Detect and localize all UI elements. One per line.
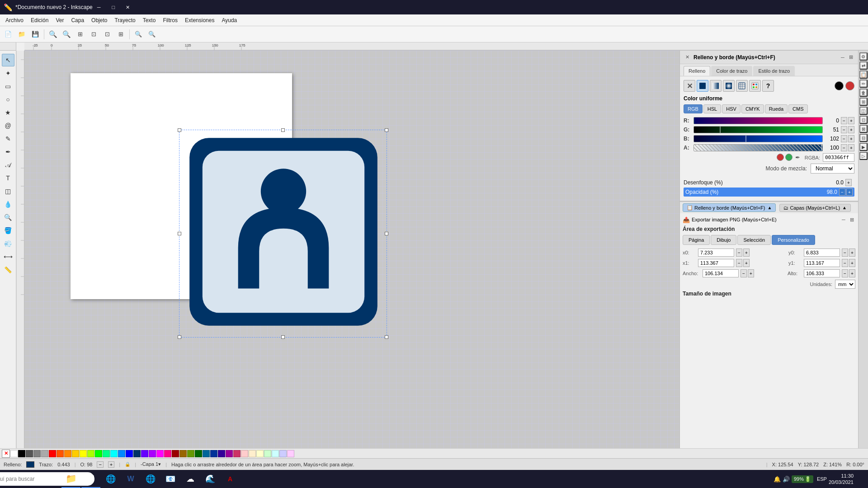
zoom-next-button[interactable]: 🔍 bbox=[146, 28, 158, 41]
notification-button[interactable] bbox=[855, 470, 864, 488]
slider-b-minus[interactable]: − bbox=[841, 135, 847, 142]
dropbox-button[interactable]: ☁ bbox=[181, 470, 200, 488]
flat-color-button[interactable] bbox=[697, 80, 708, 92]
browser-button[interactable]: 🌐 bbox=[101, 470, 120, 488]
y0-input[interactable] bbox=[804, 249, 840, 257]
swatch-purple[interactable] bbox=[149, 450, 156, 457]
units-select[interactable]: mm px cm in pt bbox=[835, 280, 855, 289]
strip-btn-5[interactable]: 🗑 bbox=[859, 89, 868, 97]
minimize-button[interactable]: ─ bbox=[93, 3, 105, 12]
blend-select[interactable]: Normal Multiplicar Pantalla Superponer bbox=[811, 164, 854, 174]
swatch-green-cyan[interactable] bbox=[103, 450, 110, 457]
zoom-tool[interactable]: 🔍 bbox=[2, 211, 14, 224]
chrome-button[interactable]: 🌐 bbox=[141, 470, 160, 488]
dropper-tool[interactable]: 💧 bbox=[2, 198, 14, 211]
tab-color-trazo[interactable]: Color de trazo bbox=[711, 66, 752, 76]
layer-label[interactable]: -Capa 1▾ bbox=[141, 461, 161, 467]
fill-bucket-tool[interactable]: 🪣 bbox=[2, 224, 14, 237]
swatch-cyan[interactable] bbox=[110, 450, 118, 457]
zoom-page-button[interactable]: ⊞ bbox=[114, 28, 127, 41]
swatch-violet[interactable] bbox=[141, 450, 148, 457]
swatch-orange[interactable] bbox=[64, 450, 71, 457]
save-button[interactable]: 💾 bbox=[29, 28, 42, 41]
x1-plus[interactable]: + bbox=[743, 259, 750, 267]
tab-hsl[interactable]: HSL bbox=[703, 104, 721, 113]
radial-gradient-button[interactable] bbox=[723, 80, 735, 92]
swatch-mint[interactable] bbox=[264, 450, 271, 457]
bottom-tab-fill-stroke[interactable]: 📋 Relleno y borde (Mayús+Ctrl+F) ▲ bbox=[683, 203, 776, 212]
handle-bot-left[interactable] bbox=[178, 335, 181, 339]
menu-objeto[interactable]: Objeto bbox=[88, 16, 111, 24]
swatch-yellow-green[interactable] bbox=[87, 450, 94, 457]
slider-g-minus[interactable]: − bbox=[841, 126, 847, 133]
swatch-white[interactable] bbox=[10, 450, 18, 457]
swatch-navy[interactable] bbox=[133, 450, 141, 457]
strip-btn-9[interactable]: ⊠ bbox=[859, 125, 868, 133]
swatch-dark-green[interactable] bbox=[195, 450, 202, 457]
selected-object[interactable] bbox=[179, 130, 387, 338]
y1-minus[interactable]: − bbox=[842, 259, 848, 267]
strip-btn-11[interactable]: ▶ bbox=[859, 143, 868, 151]
alto-minus[interactable]: − bbox=[842, 269, 848, 277]
star-tool[interactable]: ★ bbox=[2, 106, 14, 119]
text-tool[interactable]: T bbox=[2, 172, 14, 184]
x0-plus[interactable]: + bbox=[743, 249, 750, 257]
swatch-brown[interactable] bbox=[179, 450, 187, 457]
unknown-button[interactable]: ? bbox=[762, 80, 774, 92]
zoom-in-button[interactable]: 🔍 bbox=[60, 28, 73, 41]
slider-g-plus[interactable]: + bbox=[848, 126, 854, 133]
menu-trayecto[interactable]: Trayecto bbox=[111, 16, 139, 24]
slider-a-minus[interactable]: − bbox=[841, 144, 847, 151]
calligraphy-tool[interactable]: 𝒜 bbox=[2, 159, 14, 171]
x0-minus[interactable]: − bbox=[736, 249, 742, 257]
swatch-olive[interactable] bbox=[187, 450, 194, 457]
strip-btn-3[interactable]: 📋 bbox=[859, 70, 868, 79]
ancho-plus[interactable]: + bbox=[748, 269, 754, 277]
new-button[interactable]: 📄 bbox=[2, 28, 14, 41]
y0-plus[interactable]: + bbox=[849, 249, 855, 257]
tab-relleno[interactable]: Relleno bbox=[684, 66, 710, 76]
swatch-light-pink[interactable] bbox=[287, 450, 294, 457]
swatch-pink[interactable] bbox=[164, 450, 171, 457]
slider-r-plus[interactable]: + bbox=[848, 117, 854, 124]
export-collapse[interactable]: ─ bbox=[840, 216, 847, 223]
opacity-minus-status[interactable]: − bbox=[97, 461, 103, 468]
menu-filtros[interactable]: Filtros bbox=[159, 16, 181, 24]
pdf-button[interactable]: A bbox=[221, 470, 240, 488]
rect-tool[interactable]: ▭ bbox=[2, 80, 14, 93]
slider-a-track[interactable] bbox=[693, 144, 823, 151]
swatch-cream[interactable] bbox=[256, 450, 264, 457]
tab-rgb[interactable]: RGB bbox=[684, 104, 703, 113]
swatch-dark-blue[interactable] bbox=[210, 450, 217, 457]
gradient-tool[interactable]: ◫ bbox=[2, 185, 14, 197]
fill-stroke-panel-close[interactable]: ✕ bbox=[684, 54, 691, 61]
swatch-gray[interactable] bbox=[33, 450, 41, 457]
x1-input[interactable] bbox=[698, 259, 734, 267]
swatch-red[interactable] bbox=[49, 450, 56, 457]
swatch-blue-cyan[interactable] bbox=[118, 450, 125, 457]
slider-r-track[interactable] bbox=[693, 117, 823, 124]
tab-cms[interactable]: CMS bbox=[788, 104, 807, 113]
swatch-blue[interactable] bbox=[126, 450, 133, 457]
tab-cmyk[interactable]: CMYK bbox=[741, 104, 764, 113]
inkscape-taskbar-button[interactable]: 🖊 bbox=[81, 470, 100, 488]
slider-g-track[interactable] bbox=[693, 126, 823, 133]
spiral-tool[interactable]: @ bbox=[2, 119, 14, 132]
menu-edicion[interactable]: Edición bbox=[27, 16, 52, 24]
alto-input[interactable] bbox=[804, 269, 840, 277]
slider-b-plus[interactable]: + bbox=[848, 135, 854, 142]
swatch-yellow-orange[interactable] bbox=[72, 450, 79, 457]
swatch-teal[interactable] bbox=[203, 450, 210, 457]
tab-hsv[interactable]: HSV bbox=[722, 104, 741, 113]
swatch-dark-red[interactable] bbox=[172, 450, 179, 457]
swatch-pink-light[interactable] bbox=[241, 450, 248, 457]
search-taskbar-button[interactable] bbox=[22, 470, 41, 488]
pattern-button[interactable] bbox=[736, 80, 748, 92]
file-explorer-button[interactable]: 📁 bbox=[61, 470, 80, 488]
swatch-black[interactable] bbox=[18, 450, 25, 457]
ancho-minus[interactable]: − bbox=[741, 269, 747, 277]
export-tab-seleccion[interactable]: Selección bbox=[737, 235, 771, 245]
export-tab-personalizado[interactable]: Personalizado bbox=[772, 235, 815, 245]
export-tab-pagina[interactable]: Página bbox=[683, 235, 710, 245]
fill-stroke-detach[interactable]: ⊞ bbox=[847, 54, 854, 61]
